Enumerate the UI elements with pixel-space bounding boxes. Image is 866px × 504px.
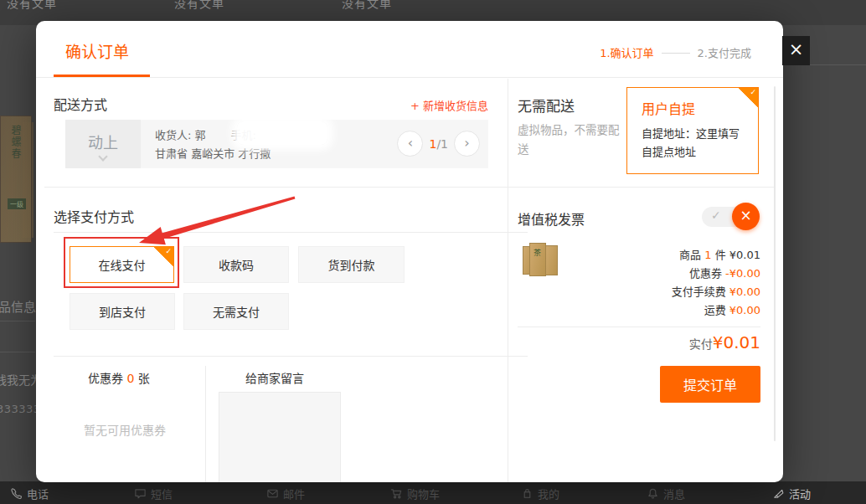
fee-value: ¥0.00: [729, 285, 760, 298]
coupon-message-divider: [205, 366, 206, 482]
payment-option-label: 无需支付: [213, 303, 260, 320]
item-count: 1: [704, 249, 711, 261]
pickup-desc: 自提地址：这里填写自提点地址: [642, 125, 744, 162]
toolbar-item-label: 电话: [27, 486, 49, 501]
recipient-name: 收货人: 郭: [155, 129, 206, 141]
message-section-title: 给商家留言: [245, 369, 304, 386]
bg-divider: [0, 321, 35, 321]
pager-total: /1: [436, 137, 448, 151]
next-address-button[interactable]: ›: [454, 131, 480, 157]
phone-number-redaction: [237, 121, 327, 145]
close-button[interactable]: ×: [782, 36, 810, 65]
merchant-message-input[interactable]: [219, 392, 341, 482]
payment-option-instore[interactable]: 到店支付: [70, 293, 175, 330]
shipping-label: 运费: [704, 304, 729, 316]
check-icon: ✓: [711, 208, 721, 222]
pickup-title: 用户自提: [642, 98, 695, 118]
scrollbar[interactable]: [774, 86, 776, 441]
column-divider: [508, 79, 508, 482]
chevron-right-icon: ›: [464, 135, 469, 151]
total-label: 实付: [689, 337, 713, 351]
toolbar-item-activity[interactable]: 活动: [772, 486, 811, 501]
toolbar-item-messages[interactable]: 消息: [647, 486, 685, 501]
bag-icon: [521, 487, 534, 500]
check-icon: ✓: [750, 88, 756, 96]
toolbar-item-sms[interactable]: 短信: [134, 486, 173, 501]
address-pager: ‹ 1/1 ›: [397, 131, 480, 157]
checkout-steps: 1.确认订单2.支付完成: [600, 44, 751, 60]
product-name-label: 碧螺春: [8, 125, 23, 160]
prev-address-button[interactable]: ‹: [397, 131, 423, 157]
no-delivery-desc: 虚拟物品，不需要配送: [518, 121, 625, 159]
section-divider: [54, 356, 528, 357]
coupon-title-text: 优惠券: [88, 372, 126, 385]
bell-icon: [647, 487, 659, 500]
payment-option-cod[interactable]: 货到付款: [298, 246, 405, 283]
shipping-row: 运费 ¥0.00: [518, 301, 760, 320]
toolbar-item-label: 消息: [663, 486, 685, 501]
payment-option-nopay[interactable]: 无需支付: [183, 293, 289, 330]
check-icon: ✓: [165, 247, 172, 255]
sms-icon: [134, 487, 147, 500]
section-divider: [54, 232, 528, 233]
no-delivery-title: 无需配送: [518, 95, 575, 116]
payment-option-qrcode[interactable]: 收款码: [183, 246, 289, 283]
address-line: 甘肃省 嘉峪关市 才行撒: [155, 145, 271, 163]
invoice-section-title: 增值税发票: [518, 208, 585, 229]
step-connector: [662, 53, 690, 54]
toolbar-item-phone[interactable]: 电话: [10, 486, 49, 501]
toolbar-item-mail[interactable]: 邮件: [266, 486, 305, 501]
carrier-label: 动上: [65, 131, 141, 152]
product-grade-badge: 一级: [8, 198, 26, 209]
pickup-option-card[interactable]: 用户自提 自提地址：这里填写自提点地址 ✓: [626, 87, 759, 174]
item-price: 件 ¥0.01: [712, 249, 760, 261]
mail-icon: [266, 487, 279, 500]
address-card[interactable]: 动上 收货人: 郭手机: 甘肃省 嘉峪关市 才行撒 ‹ 1/1 ›: [65, 120, 488, 168]
payment-option-label: 到店支付: [99, 303, 146, 320]
close-icon: ×: [789, 39, 804, 59]
shipping-value: ¥0.00: [729, 304, 760, 316]
toolbar-item-mine[interactable]: 我的: [521, 486, 559, 501]
submit-order-button[interactable]: 提交订单: [660, 366, 760, 403]
selected-corner-badge: ✓: [738, 88, 758, 108]
cross-icon[interactable]: ×: [732, 203, 760, 230]
payment-option-online[interactable]: 在线支付 ✓: [70, 246, 174, 283]
bottom-toolbar: 电话 短信 邮件 购物车 我的 消息 活动: [0, 481, 866, 504]
delivery-section-title: 配送方式: [54, 94, 107, 114]
pager-count: 1/1: [429, 137, 448, 151]
item-label: 商品: [679, 249, 704, 261]
toolbar-item-cart[interactable]: 购物车: [390, 486, 440, 501]
modal-title: 确认订单: [65, 39, 129, 62]
activity-icon: [772, 487, 785, 500]
coupon-section-title: 优惠券 0 张: [88, 369, 150, 386]
selected-corner-badge: ✓: [153, 247, 173, 267]
annotation-arrow: [126, 184, 335, 255]
coupon-row: 优惠券 -¥0.00: [518, 265, 760, 283]
chevron-down-icon: [98, 152, 107, 161]
summary-divider: [518, 327, 760, 327]
coupon-empty-text: 暂无可用优惠券: [84, 421, 166, 438]
invoice-toggle[interactable]: ✓ ×: [702, 207, 757, 227]
add-address-link[interactable]: + 新增收货信息: [410, 97, 488, 113]
toolbar-item-label: 短信: [151, 486, 173, 501]
toolbar-item-label: 邮件: [283, 486, 305, 501]
total-value: ¥0.01: [713, 332, 760, 352]
payment-section-title: 选择支付方式: [54, 206, 134, 226]
fee-label: 支付手续费: [672, 285, 729, 298]
chevron-left-icon: ‹: [408, 135, 413, 151]
phone-icon: [10, 487, 23, 500]
coupon-value: -¥0.00: [725, 267, 760, 280]
bg-top-text: 没有文单: [7, 0, 57, 11]
carrier-segment[interactable]: 动上: [65, 120, 141, 168]
payment-option-label: 货到付款: [328, 256, 375, 273]
bg-top-text: 没有文单: [174, 0, 224, 11]
background-product-image: 碧螺春 一级: [0, 116, 32, 243]
price-breakdown: 商品 1 件 ¥0.01 优惠券 -¥0.00 支付手续费 ¥0.00 运费 ¥…: [518, 246, 760, 320]
step-payment-complete: 2.支付完成: [698, 47, 751, 59]
bg-top-text: 没有文单: [342, 0, 392, 11]
fee-row: 支付手续费 ¥0.00: [518, 283, 760, 301]
bg-divider: [810, 64, 866, 65]
section-divider: [44, 187, 775, 188]
header-divider: [36, 77, 783, 78]
bg-product-info-text: 品信息: [0, 297, 36, 315]
